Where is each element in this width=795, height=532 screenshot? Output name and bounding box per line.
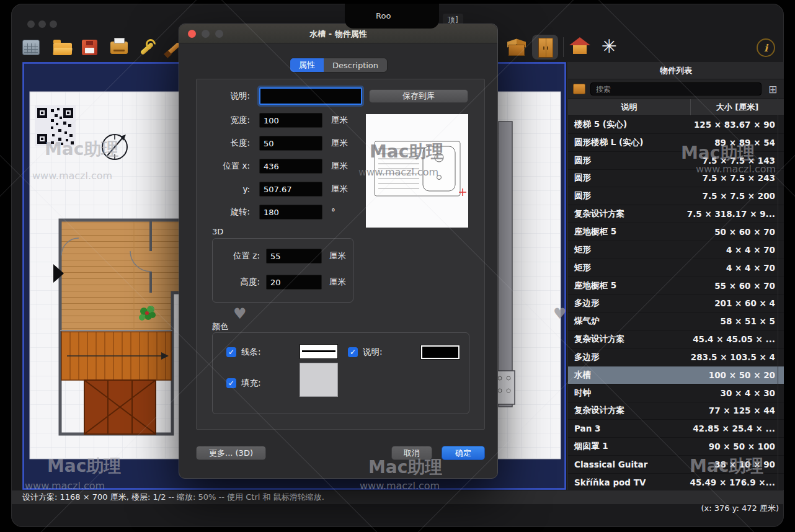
position-x-label: 位置 x: bbox=[207, 161, 250, 172]
x-input[interactable] bbox=[259, 159, 322, 174]
row-size: 50 × 60 × 70 bbox=[682, 227, 784, 237]
object-preview bbox=[366, 114, 468, 228]
table-row[interactable]: 复杂设计方案 77 × 125 × 44 bbox=[568, 402, 784, 420]
desc-color-checkbox[interactable]: ✓ bbox=[348, 347, 358, 357]
fill-checkbox[interactable]: ✓ bbox=[226, 378, 236, 388]
dialog-title: 水槽 - 物件属性 bbox=[179, 29, 497, 40]
table-row[interactable]: 复杂设计方案 45.4 × 45.05 × ... bbox=[568, 330, 784, 348]
table-row[interactable]: Classical Guitar 38 × 10 × 90 bbox=[568, 456, 784, 474]
lines-color-swatch[interactable] bbox=[300, 344, 338, 359]
sink-preview-drawing bbox=[366, 114, 468, 228]
height-input[interactable] bbox=[266, 275, 322, 290]
fill-color-swatch[interactable] bbox=[300, 363, 338, 397]
column-size[interactable]: 大小 [厘米] bbox=[690, 99, 784, 115]
pointer-cursor bbox=[53, 264, 64, 283]
length-input[interactable] bbox=[259, 136, 322, 151]
wood-floor bbox=[60, 291, 174, 330]
table-row[interactable]: 水槽 100 × 50 × 20 bbox=[568, 366, 784, 384]
dialog-titlebar[interactable]: 水槽 - 物件属性 bbox=[179, 24, 497, 43]
tab-description[interactable]: Description bbox=[324, 58, 387, 72]
table-row[interactable]: 多边形 283.5 × 103.5 × 4 bbox=[568, 348, 784, 366]
table-row[interactable]: 圆形楼梯 L (实心) 89 × 89 × 54 bbox=[568, 134, 784, 152]
table-row[interactable]: 楼梯 5 (实心) 125 × 83.67 × 90 bbox=[568, 116, 784, 134]
row-name: 楼梯 5 (实心) bbox=[568, 119, 682, 130]
width-unit: 厘米 bbox=[331, 115, 348, 126]
table-row[interactable]: 座地橱柜 5 55 × 60 × 70 bbox=[568, 277, 784, 295]
panel-search-row: ⊞ bbox=[568, 79, 784, 99]
report-table-icon[interactable] bbox=[22, 40, 40, 55]
cabinet-library-button[interactable] bbox=[532, 35, 558, 60]
object-list-panel: 物件列表 ⊞ 说明 大小 [厘米] 楼梯 5 (实心) 125 × 83.67 … bbox=[567, 62, 784, 490]
z-unit: 厘米 bbox=[329, 250, 346, 262]
table-row[interactable]: 多边形 201 × 60 × 4 bbox=[568, 295, 784, 313]
rotation-input[interactable] bbox=[259, 205, 322, 219]
cabinet-icon bbox=[538, 38, 553, 58]
info-button[interactable]: i bbox=[757, 38, 775, 57]
row-name: 圆形 bbox=[568, 155, 682, 166]
table-row[interactable]: Pan 3 42.85 × 25.4 × ... bbox=[568, 420, 784, 438]
table-row[interactable]: 矩形 4 × 4 × 70 bbox=[568, 259, 784, 277]
row-name: Classical Guitar bbox=[568, 459, 682, 469]
column-name[interactable]: 说明 bbox=[568, 102, 690, 113]
table-row[interactable]: 圆形 7.5 × 7.5 × 243 bbox=[568, 170, 784, 188]
table-row[interactable]: Skříňka pod TV 45.49 × 176.9 ×... bbox=[568, 474, 784, 490]
house-icon[interactable] bbox=[569, 36, 590, 57]
y-input[interactable] bbox=[259, 182, 322, 197]
table-row[interactable]: 煤气炉 58 × 51 × 5 bbox=[568, 313, 784, 330]
y-unit: 厘米 bbox=[331, 184, 348, 195]
row-size: 89 × 89 × 54 bbox=[682, 138, 784, 148]
panel-divider bbox=[778, 98, 778, 490]
table-row[interactable]: 复杂设计方案 7.5 × 318.17 × 9... bbox=[568, 205, 784, 223]
table-row[interactable]: 烟囱罩 1 90 × 50 × 100 bbox=[568, 438, 784, 456]
ok-button[interactable]: 确定 bbox=[442, 446, 485, 460]
row-size: 30 × 4 × 30 bbox=[682, 388, 784, 398]
lines-checkbox[interactable]: ✓ bbox=[226, 347, 236, 357]
open-folder-icon[interactable] bbox=[53, 43, 72, 55]
fill-label: 填充: bbox=[241, 378, 261, 389]
rotation-label: 旋转: bbox=[207, 206, 250, 218]
save-icon[interactable] bbox=[82, 40, 97, 55]
toolbar-divider bbox=[563, 37, 564, 57]
z-input[interactable] bbox=[266, 249, 322, 264]
cancel-button[interactable]: 取消 bbox=[391, 446, 432, 460]
colors-label: 颜色 bbox=[212, 321, 228, 332]
window-minimize-button[interactable] bbox=[38, 20, 46, 28]
desc-color-swatch[interactable] bbox=[421, 345, 460, 359]
table-row[interactable]: 矩形 4 × 4 × 70 bbox=[568, 241, 784, 259]
table-row[interactable]: 圆形 7.5 × 7.5 × 200 bbox=[568, 187, 784, 205]
dialog-content-panel: 说明: 保存到库 宽度: 厘米 长度: 厘米 位置 x: 厘米 y: bbox=[196, 79, 485, 430]
tab-properties[interactable]: 属性 bbox=[290, 58, 324, 72]
table-row[interactable]: 圆形 7.5 × 7.5 × 143 bbox=[568, 152, 784, 170]
row-size: 58 × 51 × 5 bbox=[682, 316, 784, 326]
row-name: 座地橱柜 5 bbox=[568, 280, 682, 291]
status-text: 设计方案: 1168 × 700 厘米, 楼层: 1/2 -- 缩放: 50% … bbox=[22, 492, 324, 503]
search-input[interactable] bbox=[590, 82, 762, 95]
more-3d-button[interactable]: 更多... (3D) bbox=[196, 446, 266, 460]
qr-code bbox=[35, 105, 76, 146]
row-name: 时钟 bbox=[568, 388, 682, 399]
cursor-coordinates: (x: 376 y: 472 厘米) bbox=[701, 503, 779, 514]
object-properties-dialog: 水槽 - 物件属性 属性 Description 说明: 保存到库 宽度: 厘米… bbox=[179, 24, 498, 479]
object-box-icon[interactable] bbox=[506, 38, 527, 57]
window-close-button[interactable] bbox=[27, 20, 35, 28]
snowflake-icon[interactable]: ✳ bbox=[597, 35, 621, 58]
row-size: 7.5 × 318.17 × 9... bbox=[682, 209, 784, 219]
row-name: 矩形 bbox=[568, 262, 682, 273]
save-to-library-button[interactable]: 保存到库 bbox=[369, 89, 468, 103]
width-input[interactable] bbox=[259, 113, 322, 128]
table-header[interactable]: 说明 大小 [厘米] bbox=[568, 99, 784, 116]
wrench-tool-icon[interactable] bbox=[138, 38, 158, 58]
print-icon[interactable] bbox=[110, 42, 128, 54]
window-zoom-button[interactable] bbox=[50, 20, 57, 28]
row-size: 42.85 × 25.4 × ... bbox=[682, 423, 784, 433]
row-name: 座地橱柜 5 bbox=[568, 226, 682, 237]
table-row[interactable]: 时钟 30 × 4 × 30 bbox=[568, 384, 784, 402]
row-size: 55 × 60 × 70 bbox=[682, 281, 784, 291]
description-input[interactable] bbox=[259, 87, 362, 105]
grid-view-icon[interactable]: ⊞ bbox=[766, 84, 779, 95]
table-row[interactable]: 座地橱柜 5 50 × 60 × 70 bbox=[568, 223, 784, 241]
description-label: 说明: bbox=[207, 91, 250, 102]
box-body bbox=[509, 45, 525, 56]
row-name: 复杂设计方案 bbox=[568, 334, 682, 345]
z-label: 位置 z: bbox=[221, 250, 260, 262]
